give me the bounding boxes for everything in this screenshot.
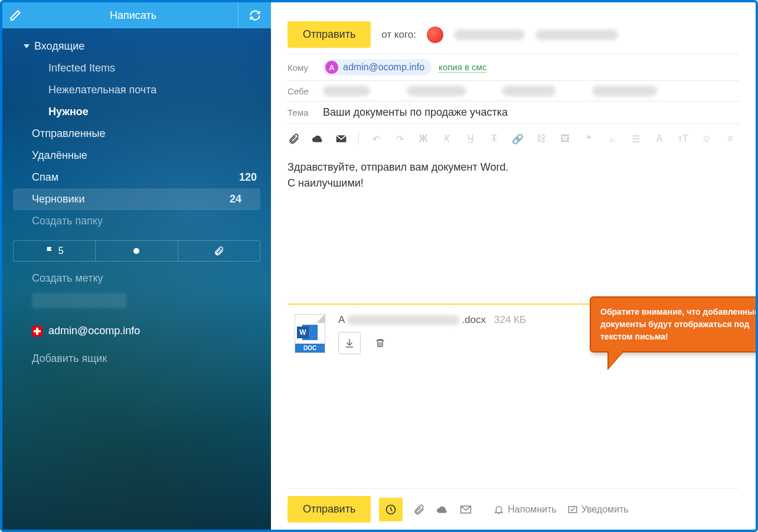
- folder-label: Отправленные: [32, 128, 106, 140]
- strike-icon[interactable]: Т: [488, 132, 501, 145]
- emoji-icon[interactable]: ☺: [700, 132, 713, 145]
- self-blur-1: [323, 86, 370, 96]
- attach-icon[interactable]: [287, 132, 300, 145]
- folder-count: 120: [239, 171, 257, 184]
- widget-attachments[interactable]: [178, 241, 260, 261]
- subject-input[interactable]: [323, 106, 739, 119]
- send-button-bottom[interactable]: Отправить: [287, 496, 371, 523]
- add-mailbox-link[interactable]: Добавить ящик: [2, 347, 271, 371]
- self-blur-3: [502, 86, 556, 96]
- underline-icon[interactable]: Ч: [464, 132, 477, 145]
- bold-icon[interactable]: Ж: [417, 132, 430, 145]
- from-name-blurred: [454, 30, 525, 40]
- folder-spam[interactable]: Спам120: [2, 167, 271, 188]
- schedule-send-button[interactable]: [379, 498, 403, 521]
- mail-icon[interactable]: [335, 132, 348, 145]
- word-icon: [302, 325, 318, 340]
- blurred-label: [32, 293, 126, 308]
- attachment-filename: А .docx 324 КБ: [338, 314, 526, 326]
- bottom-cloud-icon[interactable]: [436, 504, 449, 515]
- refresh-button[interactable]: [238, 2, 271, 28]
- recipient-chip[interactable]: А admin@ocomp.info: [323, 59, 432, 76]
- folder-label: Нежелательная почта: [48, 84, 156, 96]
- create-label-link[interactable]: Создать метку: [2, 267, 271, 289]
- folder-label: Входящие: [34, 40, 84, 53]
- notify-button[interactable]: Уведомить: [567, 504, 629, 515]
- folder-label: Нужное: [48, 106, 89, 118]
- sidebar-widgets: 5: [13, 240, 260, 262]
- send-button-top[interactable]: Отправить: [287, 21, 371, 48]
- remind-button[interactable]: Напомнить: [494, 504, 556, 515]
- folder-deleted[interactable]: Удалённые: [2, 145, 271, 167]
- chevron-down-icon: [24, 44, 30, 48]
- format-icon[interactable]: ⎁: [606, 132, 619, 145]
- toolbar-separator: [358, 132, 359, 145]
- folder-infected[interactable]: Infected Items: [2, 57, 271, 79]
- compose-label: Написать: [110, 9, 156, 22]
- cloud-icon[interactable]: [311, 132, 324, 145]
- italic-icon[interactable]: К: [440, 132, 453, 145]
- from-avatar[interactable]: [427, 27, 443, 43]
- create-folder[interactable]: Создать папку: [2, 210, 271, 232]
- link-icon[interactable]: 🔗: [511, 132, 524, 145]
- widget-unread[interactable]: [96, 241, 178, 261]
- bottom-toolbar: Отправить Напомнить Уведомить: [287, 488, 739, 530]
- self-label: Себе: [287, 86, 316, 96]
- self-blur-2: [407, 86, 466, 96]
- attachment-thumbnail[interactable]: DOC: [295, 314, 325, 353]
- undo-icon[interactable]: ↶: [370, 132, 383, 145]
- account-email: admin@ocomp.info: [48, 325, 140, 337]
- folder-label: Удалённые: [32, 149, 87, 162]
- folder-count: 24: [230, 193, 246, 205]
- sidebar: Написать Входящие Infected Items Нежелат…: [2, 2, 271, 530]
- list-icon[interactable]: ≡: [724, 132, 737, 145]
- message-body[interactable]: Здравствуйте, отправил вам документ Word…: [287, 154, 739, 197]
- indent-icon[interactable]: ☰: [629, 132, 642, 145]
- fontsize-icon[interactable]: тТ: [677, 132, 690, 145]
- compose-button[interactable]: Написать: [28, 2, 238, 28]
- color-icon[interactable]: A: [653, 132, 666, 145]
- body-line: С наилучшими!: [287, 175, 739, 191]
- widget-flagged[interactable]: 5: [14, 241, 96, 261]
- recipient-avatar: А: [325, 61, 338, 74]
- from-email-blurred: [535, 30, 618, 40]
- folder-label: Создать папку: [32, 215, 103, 227]
- folder-junk[interactable]: Нежелательная почта: [2, 79, 271, 101]
- delete-attachment-button[interactable]: [369, 332, 391, 354]
- from-label: от кого:: [381, 29, 416, 41]
- svg-point-0: [133, 248, 139, 254]
- body-line: Здравствуйте, отправил вам документ Word…: [287, 159, 739, 175]
- filename-blurred: [347, 315, 459, 325]
- folder-sent[interactable]: Отправленные: [2, 123, 271, 145]
- sms-copy-link[interactable]: копия в смс: [439, 62, 486, 73]
- folder-inbox[interactable]: Входящие: [2, 35, 271, 57]
- folder-label: Infected Items: [48, 62, 115, 74]
- annotation-callout: Обратите внимание, что добавленные докум…: [590, 296, 758, 353]
- bottom-attach-icon[interactable]: [413, 504, 425, 515]
- recipient-email: admin@ocomp.info: [343, 62, 424, 73]
- folder-drafts[interactable]: Черновики24: [13, 188, 260, 210]
- account-item[interactable]: admin@ocomp.info: [2, 319, 271, 343]
- download-attachment-button[interactable]: [338, 332, 361, 354]
- folder-important[interactable]: Нужное: [2, 101, 271, 123]
- folder-label: Спам: [32, 171, 58, 184]
- quote-icon[interactable]: ❝: [582, 132, 595, 145]
- to-label: Кому: [287, 63, 316, 73]
- compose-pane: Отправить от кого: Кому А admin@ocomp.in…: [271, 2, 756, 530]
- subject-label: Тема: [287, 107, 316, 118]
- flag-icon: [32, 326, 43, 337]
- redo-icon[interactable]: ↷: [393, 132, 406, 145]
- widget-flag-count: 5: [58, 246, 64, 256]
- unlink-icon[interactable]: ⛓: [535, 132, 548, 145]
- compose-icon-button[interactable]: [2, 2, 28, 28]
- doc-type-label: DOC: [295, 344, 325, 353]
- image-icon[interactable]: 🖼: [558, 132, 571, 145]
- bottom-mail-icon[interactable]: [459, 504, 472, 515]
- attachment-size: 324 КБ: [494, 314, 526, 326]
- folder-label: Черновики: [32, 193, 85, 205]
- editor-toolbar: ↶ ↷ Ж К Ч Т 🔗 ⛓ 🖼 ❝ ⎁ ☰ A тТ ☺ ≡: [287, 124, 739, 154]
- self-blur-4: [592, 86, 657, 96]
